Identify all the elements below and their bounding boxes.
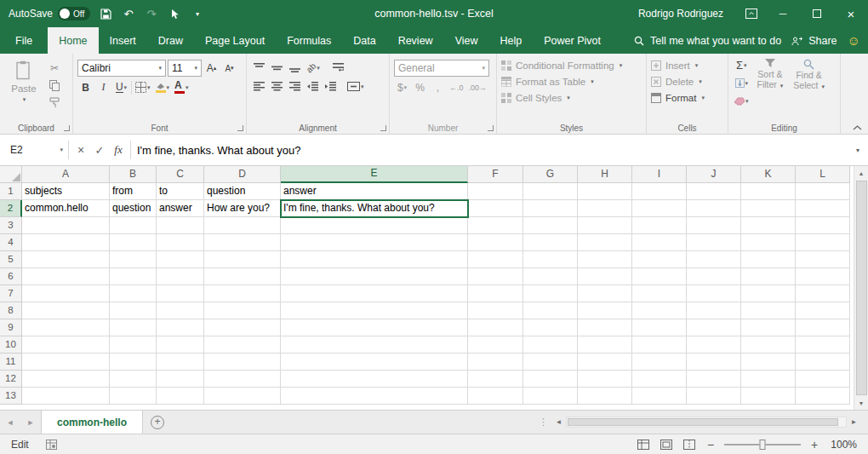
undo-button[interactable]: ↶ (121, 4, 136, 23)
cell-J10[interactable] (687, 336, 741, 353)
cell-D2[interactable]: How are you? (204, 200, 281, 217)
wrap-text-button[interactable] (330, 60, 346, 76)
align-right-button[interactable] (287, 78, 303, 95)
cell-K12[interactable] (741, 371, 796, 388)
tab-home[interactable]: Home (48, 27, 98, 54)
view-page-break-button[interactable] (682, 437, 697, 452)
column-header-K[interactable]: K (741, 166, 796, 183)
cell-C8[interactable] (157, 302, 204, 319)
row-header-1[interactable]: 1 (0, 183, 22, 200)
cell-C5[interactable] (157, 251, 204, 268)
cell-E11[interactable] (281, 353, 468, 371)
macro-record-button[interactable] (46, 440, 57, 450)
decrease-font-size-button[interactable]: A▾ (221, 60, 237, 77)
column-header-J[interactable]: J (687, 166, 741, 183)
cell-B1[interactable]: from (110, 183, 157, 200)
cell-K3[interactable] (741, 217, 796, 234)
tab-draw[interactable]: Draw (147, 27, 194, 54)
row-header-4[interactable]: 4 (0, 234, 22, 251)
cell-G3[interactable] (523, 217, 578, 234)
cell-G11[interactable] (523, 353, 578, 371)
formula-input[interactable] (131, 144, 848, 157)
cell-J5[interactable] (687, 251, 741, 268)
insert-function-button[interactable]: fx (109, 141, 128, 159)
cell-D5[interactable] (204, 251, 281, 268)
row-header-11[interactable]: 11 (0, 353, 22, 371)
minimize-button[interactable]: ─ (766, 0, 800, 27)
cell-C10[interactable] (157, 336, 204, 353)
decrease-decimal-button[interactable]: .00→ (467, 79, 489, 95)
tell-me-box[interactable]: Tell me what you want to do (634, 27, 781, 54)
cell-D11[interactable] (204, 353, 281, 371)
column-header-D[interactable]: D (204, 166, 281, 183)
format-painter-button[interactable] (46, 95, 63, 109)
tab-formulas[interactable]: Formulas (276, 27, 342, 54)
cell-L8[interactable] (796, 302, 850, 319)
formula-bar-expand-icon[interactable]: ▾ (848, 147, 868, 154)
column-header-L[interactable]: L (796, 166, 850, 183)
cell-F4[interactable] (468, 234, 523, 251)
view-page-layout-button[interactable] (659, 437, 674, 452)
cell-K13[interactable] (741, 388, 796, 405)
column-header-F[interactable]: F (468, 166, 523, 183)
column-header-C[interactable]: C (157, 166, 204, 183)
conditional-formatting-button[interactable]: Conditional Formatting ▾ (501, 57, 642, 73)
cell-B3[interactable] (110, 217, 157, 234)
decrease-indent-button[interactable] (305, 78, 321, 95)
cell-E8[interactable] (281, 302, 468, 319)
cell-G4[interactable] (523, 234, 578, 251)
cell-I13[interactable] (632, 388, 687, 405)
clipboard-dialog-launcher-icon[interactable] (64, 125, 70, 131)
cell-J7[interactable] (687, 285, 741, 302)
cell-C1[interactable]: to (157, 183, 204, 200)
cell-D10[interactable] (204, 336, 281, 353)
column-header-H[interactable]: H (578, 166, 632, 183)
cell-F12[interactable] (468, 371, 523, 388)
alignment-dialog-launcher-icon[interactable] (380, 125, 386, 131)
insert-cells-button[interactable]: Insert ▾ (651, 57, 723, 73)
cell-L1[interactable] (796, 183, 850, 200)
cell-A9[interactable] (22, 319, 110, 336)
increase-decimal-button[interactable]: ←.0 (448, 79, 465, 95)
cell-F9[interactable] (468, 319, 523, 336)
cell-E10[interactable] (281, 336, 468, 353)
cell-E13[interactable] (281, 388, 468, 405)
cancel-button[interactable]: × (71, 141, 90, 159)
cell-L3[interactable] (796, 217, 850, 234)
cell-B11[interactable] (110, 353, 157, 371)
cell-A13[interactable] (22, 388, 110, 405)
cell-L2[interactable] (796, 200, 850, 217)
row-header-13[interactable]: 13 (0, 388, 22, 405)
zoom-out-button[interactable]: − (705, 438, 717, 451)
customize-quick-access-chevron-icon[interactable]: ▾ (190, 4, 205, 23)
cell-G8[interactable] (523, 302, 578, 319)
cell-H12[interactable] (578, 371, 632, 388)
feedback-smiley-icon[interactable]: ☺ (848, 27, 868, 54)
align-bottom-button[interactable] (287, 60, 303, 76)
cell-H13[interactable] (578, 388, 632, 405)
scroll-down-icon[interactable]: ▼ (854, 396, 868, 410)
collapse-ribbon-button[interactable] (853, 125, 862, 130)
sheet-bar-resize-handle[interactable]: ⋮ (535, 411, 551, 434)
cell-D9[interactable] (204, 319, 281, 336)
tab-page-layout[interactable]: Page Layout (194, 27, 276, 54)
italic-button[interactable]: I (95, 79, 111, 95)
cell-K8[interactable] (741, 302, 796, 319)
column-header-I[interactable]: I (632, 166, 687, 183)
font-dialog-launcher-icon[interactable] (237, 125, 243, 131)
cell-I10[interactable] (632, 336, 687, 353)
autosave-control[interactable]: AutoSave Off (9, 7, 90, 20)
cell-J6[interactable] (687, 268, 741, 285)
cell-J2[interactable] (687, 200, 741, 217)
sheet-tab-common-hello[interactable]: common-hello (41, 411, 143, 434)
share-button[interactable]: Share (781, 27, 847, 54)
cell-I12[interactable] (632, 371, 687, 388)
column-header-G[interactable]: G (523, 166, 578, 183)
cell-A11[interactable] (22, 353, 110, 371)
cell-styles-button[interactable]: Cell Styles ▾ (501, 89, 642, 106)
currency-format-button[interactable]: $▾ (394, 79, 410, 95)
format-as-table-button[interactable]: Format as Table ▾ (501, 73, 642, 89)
tab-file[interactable]: File (0, 27, 48, 54)
cell-F2[interactable] (468, 200, 523, 217)
cell-G2[interactable] (523, 200, 578, 217)
